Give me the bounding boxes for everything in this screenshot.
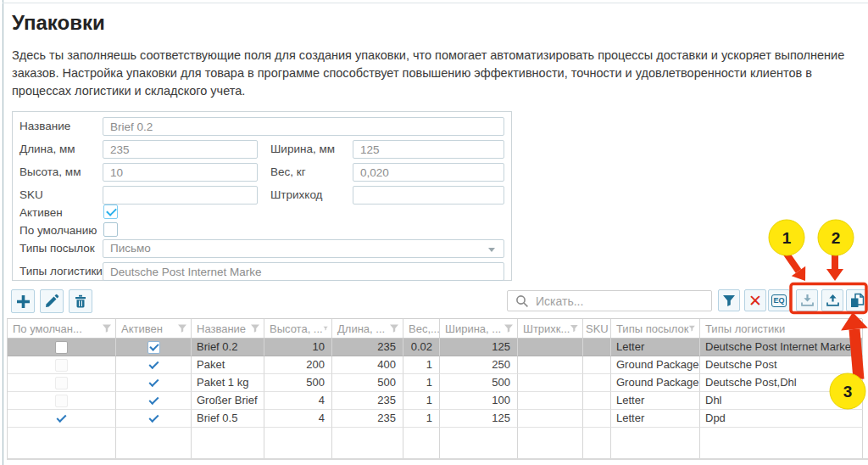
default-cell-checkbox[interactable] bbox=[55, 377, 68, 389]
clear-filter-button[interactable]: ✕ bbox=[744, 289, 766, 311]
cell-weight[interactable]: 1 bbox=[403, 392, 440, 410]
cell-length[interactable]: 235 bbox=[332, 339, 403, 356]
cell-sku[interactable] bbox=[583, 339, 611, 356]
search-field[interactable] bbox=[507, 290, 712, 311]
cell-parcel-type[interactable]: Letter bbox=[611, 410, 700, 428]
col-header-sku[interactable]: SKU bbox=[583, 319, 611, 339]
parcel-types-dropdown[interactable]: Письмо bbox=[103, 239, 504, 258]
cell-weight[interactable]: 1 bbox=[403, 410, 440, 428]
cell-sku[interactable] bbox=[583, 410, 611, 428]
cell-parcel-type[interactable]: Ground Package bbox=[611, 374, 700, 392]
cell-logistics[interactable]: Deutsche Post Internet Marke bbox=[700, 339, 863, 356]
horizontal-scrollbar-track[interactable] bbox=[7, 458, 868, 460]
funnel-icon[interactable] bbox=[389, 323, 399, 333]
cell-parcel-type[interactable]: Ground Package bbox=[611, 356, 700, 374]
cell-name[interactable]: Paket 1 kg bbox=[192, 374, 264, 392]
cell-logistics[interactable]: Deutsche Post bbox=[700, 356, 863, 374]
funnel-icon[interactable] bbox=[323, 323, 328, 333]
funnel-icon[interactable] bbox=[504, 323, 514, 333]
table-row[interactable]: Brief 0.2 10 235 0.02 125 Letter Deutsch… bbox=[8, 339, 862, 356]
cell-width[interactable]: 100 bbox=[440, 392, 518, 410]
col-header-weight[interactable]: Вес,... bbox=[403, 319, 440, 339]
cell-sku[interactable] bbox=[583, 374, 611, 392]
col-header-default[interactable]: По умолчан... bbox=[8, 319, 116, 339]
cell-parcel-type[interactable]: Letter bbox=[611, 339, 700, 356]
cell-barcode[interactable] bbox=[518, 339, 583, 356]
cell-weight[interactable]: 1 bbox=[403, 356, 440, 374]
funnel-icon[interactable] bbox=[177, 323, 187, 333]
cell-height[interactable]: 200 bbox=[264, 356, 332, 374]
default-cell-checkbox[interactable] bbox=[55, 395, 68, 407]
cell-name[interactable]: Großer Brief bbox=[192, 392, 264, 410]
funnel-icon[interactable] bbox=[102, 323, 112, 333]
cell-height[interactable]: 4 bbox=[264, 392, 332, 410]
funnel-icon[interactable] bbox=[570, 323, 579, 333]
cell-length[interactable]: 500 bbox=[332, 374, 403, 392]
parcel-types-value: Письмо bbox=[110, 242, 151, 255]
table-row[interactable]: Paket 1 kg 500 500 1 500 Ground Package … bbox=[8, 374, 862, 392]
cell-logistics[interactable]: Deutsche Post,Dhl bbox=[700, 374, 863, 392]
default-cell-checkbox[interactable] bbox=[55, 341, 68, 354]
funnel-icon[interactable] bbox=[688, 323, 696, 333]
logistic-types-input[interactable] bbox=[103, 262, 504, 281]
filter-button[interactable] bbox=[718, 289, 740, 311]
cell-width[interactable]: 500 bbox=[440, 374, 518, 392]
barcode-input[interactable] bbox=[353, 186, 504, 204]
sku-input[interactable] bbox=[103, 186, 258, 204]
active-cell-checkbox[interactable] bbox=[147, 341, 160, 354]
col-header-height[interactable]: Высота, ... bbox=[264, 319, 332, 339]
copy-button[interactable] bbox=[846, 289, 868, 311]
edit-button[interactable] bbox=[40, 289, 64, 313]
cell-weight[interactable]: 0.02 bbox=[403, 339, 440, 356]
cell-sku[interactable] bbox=[583, 392, 611, 410]
col-header-logistics[interactable]: Типы логистики bbox=[700, 319, 863, 339]
col-header-name[interactable]: Название bbox=[192, 319, 264, 339]
add-button[interactable] bbox=[11, 289, 35, 313]
cell-width[interactable]: 250 bbox=[440, 356, 518, 374]
col-header-parcel-type[interactable]: Типы посылок bbox=[611, 319, 700, 339]
export-button[interactable] bbox=[821, 289, 843, 311]
cell-height[interactable]: 500 bbox=[264, 374, 332, 392]
cell-barcode[interactable] bbox=[518, 356, 583, 374]
col-header-barcode[interactable]: Штрихк... bbox=[518, 319, 583, 339]
cell-name[interactable]: Brief 0.2 bbox=[192, 339, 264, 356]
cell-height[interactable]: 4 bbox=[264, 410, 332, 428]
cell-barcode[interactable] bbox=[518, 392, 583, 410]
cell-logistics[interactable]: Dpd bbox=[700, 410, 863, 428]
cell-length[interactable]: 235 bbox=[332, 410, 403, 428]
width-input[interactable] bbox=[353, 140, 504, 159]
active-checkbox[interactable] bbox=[103, 204, 118, 219]
cell-width[interactable]: 125 bbox=[440, 339, 518, 356]
table-row[interactable]: Großer Brief 4 235 1 100 Letter Dhl bbox=[8, 392, 862, 410]
table-row[interactable]: Paket 200 400 1 250 Ground Package Deuts… bbox=[8, 356, 862, 374]
col-header-active[interactable]: Активен bbox=[116, 319, 192, 339]
cell-name[interactable]: Paket bbox=[192, 356, 264, 374]
height-input[interactable] bbox=[103, 163, 258, 182]
cell-width[interactable]: 125 bbox=[440, 410, 518, 428]
name-input[interactable] bbox=[103, 117, 504, 136]
cell-height[interactable]: 10 bbox=[264, 339, 332, 356]
cell-name[interactable]: Brief 0.5 bbox=[192, 410, 264, 428]
cell-length[interactable]: 400 bbox=[332, 356, 403, 374]
cell-sku[interactable] bbox=[583, 356, 611, 374]
cell-parcel-type[interactable]: Letter bbox=[611, 392, 700, 410]
cell-barcode[interactable] bbox=[518, 410, 583, 428]
funnel-icon[interactable] bbox=[250, 323, 260, 333]
default-checkbox[interactable] bbox=[103, 222, 118, 237]
weight-input[interactable] bbox=[353, 163, 504, 182]
cell-barcode[interactable] bbox=[518, 374, 583, 392]
search-input[interactable] bbox=[536, 294, 711, 308]
col-header-width[interactable]: Ширина, ... bbox=[440, 319, 518, 339]
funnel-icon[interactable] bbox=[609, 323, 609, 333]
funnel-icon[interactable] bbox=[849, 323, 859, 333]
cell-logistics[interactable]: Dhl bbox=[700, 392, 863, 410]
delete-button[interactable] bbox=[69, 289, 92, 313]
cell-weight[interactable]: 1 bbox=[403, 374, 440, 392]
length-input[interactable] bbox=[103, 140, 258, 159]
col-header-length[interactable]: Длина, ... bbox=[332, 319, 403, 339]
import-button[interactable] bbox=[796, 289, 818, 311]
default-cell-checkbox[interactable] bbox=[55, 359, 68, 372]
cell-length[interactable]: 235 bbox=[332, 392, 403, 410]
search-panel-button[interactable]: EQ bbox=[768, 289, 790, 311]
table-row[interactable]: Brief 0.5 4 235 1 125 Letter Dpd bbox=[8, 410, 862, 428]
